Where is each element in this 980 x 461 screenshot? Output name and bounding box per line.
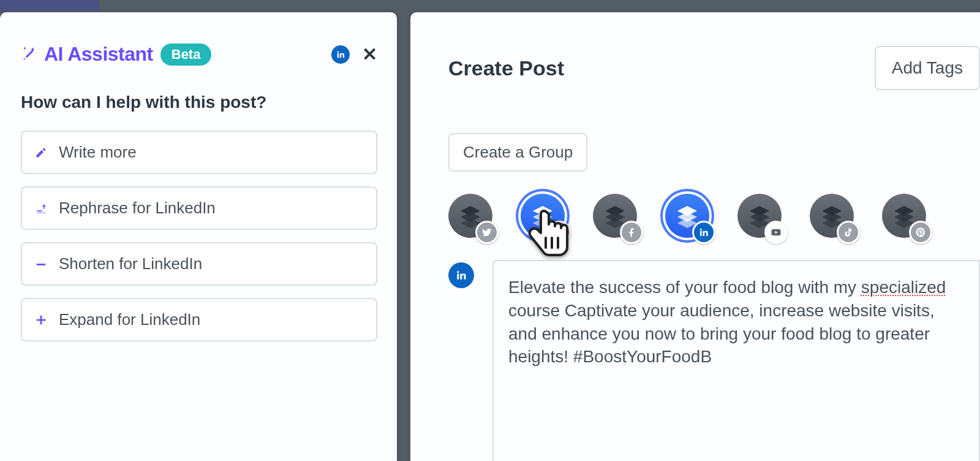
facebook-icon — [620, 221, 643, 244]
ai-assistant-panel: AI Assistant Beta ✕ How can I help with … — [0, 12, 397, 461]
linkedin-icon — [692, 221, 715, 244]
loading-progress-bar — [0, 0, 99, 11]
suggestion-shorten[interactable]: Shorten for LinkedIn — [21, 242, 377, 286]
suggestion-label: Write more — [59, 143, 137, 162]
obscured-text: g) — [395, 327, 412, 348]
suggestion-label: Rephrase for LinkedIn — [59, 199, 216, 218]
account-instagram[interactable] — [521, 194, 565, 238]
instagram-icon — [548, 221, 571, 244]
suggestion-expand[interactable]: Expand for LinkedIn — [21, 298, 377, 341]
account-twitter[interactable] — [448, 194, 492, 238]
ai-assistant-title: AI Assistant — [44, 43, 153, 66]
beta-badge: Beta — [160, 44, 212, 66]
twitter-icon — [475, 221, 499, 244]
suggestion-label: Shorten for LinkedIn — [59, 254, 202, 273]
post-text-input[interactable]: Elevate the success of your food blog wi… — [492, 260, 980, 461]
youtube-icon — [764, 221, 788, 244]
svg-rect-2 — [40, 315, 42, 324]
svg-rect-0 — [37, 264, 46, 265]
social-accounts-row — [448, 194, 980, 238]
account-youtube[interactable] — [737, 194, 782, 238]
suggestion-rephrase[interactable]: Rephrase for LinkedIn — [21, 186, 377, 230]
pinterest-icon — [909, 221, 932, 244]
suggestion-write-more[interactable]: Write more — [21, 131, 377, 174]
minus-icon — [34, 257, 48, 271]
create-group-button[interactable]: Create a Group — [448, 133, 587, 172]
create-post-title: Create Post — [448, 56, 862, 80]
account-pinterest[interactable] — [882, 194, 926, 238]
svg-point-11 — [561, 229, 562, 230]
ai-prompt-heading: How can I help with this post? — [21, 93, 377, 112]
plus-icon — [34, 313, 48, 327]
svg-point-10 — [557, 230, 561, 234]
close-icon[interactable]: ✕ — [362, 44, 377, 65]
ai-assistant-header: AI Assistant Beta ✕ — [21, 43, 377, 66]
account-linkedin[interactable] — [665, 194, 709, 238]
create-post-panel: Create Post Add Tags Create a Group Elev… — [410, 12, 980, 461]
account-tiktok[interactable] — [810, 194, 854, 238]
tiktok-icon — [837, 221, 860, 244]
linkedin-context-icon — [331, 45, 350, 64]
active-network-linkedin-icon — [448, 262, 474, 288]
magic-wand-icon — [21, 45, 37, 64]
add-tags-button[interactable]: Add Tags — [875, 46, 980, 90]
post-text-fragment: Elevate the success of your food blog wi… — [508, 278, 861, 297]
pencil-icon — [34, 146, 48, 159]
suggestion-label: Expand for LinkedIn — [59, 310, 200, 329]
account-facebook[interactable] — [593, 194, 637, 238]
post-text-misspell: specialized — [861, 278, 946, 297]
rephrase-icon — [34, 202, 48, 215]
compose-area: Elevate the success of your food blog wi… — [448, 260, 980, 461]
